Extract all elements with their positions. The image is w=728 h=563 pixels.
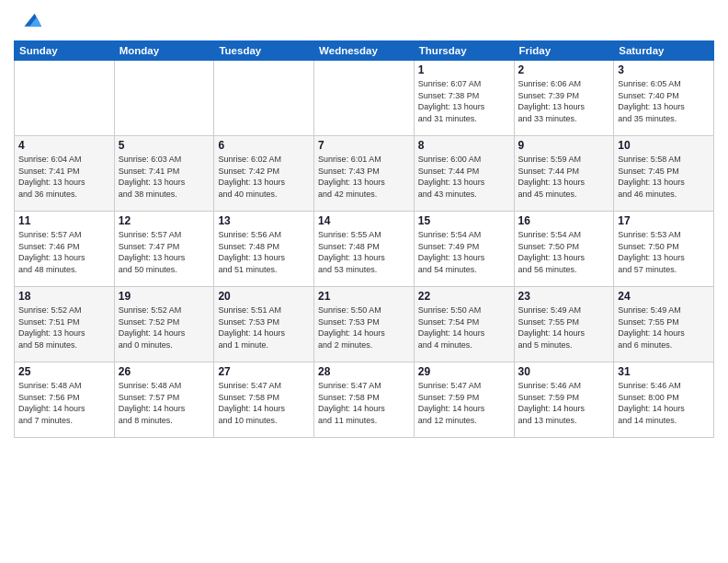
day-info: Sunrise: 6:05 AM Sunset: 7:40 PM Dayligh… bbox=[618, 78, 710, 124]
logo-icon bbox=[17, 9, 43, 35]
calendar-cell: 8Sunrise: 6:00 AM Sunset: 7:44 PM Daylig… bbox=[414, 136, 514, 212]
day-info: Sunrise: 5:50 AM Sunset: 7:54 PM Dayligh… bbox=[418, 304, 510, 350]
day-number: 3 bbox=[618, 63, 710, 76]
day-number: 30 bbox=[518, 365, 610, 378]
day-number: 2 bbox=[518, 63, 610, 76]
day-number: 13 bbox=[218, 214, 310, 227]
calendar-cell: 15Sunrise: 5:54 AM Sunset: 7:49 PM Dayli… bbox=[414, 212, 514, 287]
calendar-cell: 12Sunrise: 5:57 AM Sunset: 7:47 PM Dayli… bbox=[114, 212, 214, 287]
weekday-header-tuesday: Tuesday bbox=[214, 41, 314, 61]
calendar-cell: 23Sunrise: 5:49 AM Sunset: 7:55 PM Dayli… bbox=[514, 287, 614, 362]
calendar-cell: 17Sunrise: 5:53 AM Sunset: 7:50 PM Dayli… bbox=[614, 212, 714, 287]
day-info: Sunrise: 5:54 AM Sunset: 7:49 PM Dayligh… bbox=[418, 229, 510, 275]
weekday-header-wednesday: Wednesday bbox=[314, 41, 415, 61]
day-number: 23 bbox=[518, 290, 610, 303]
day-number: 1 bbox=[418, 63, 510, 76]
day-number: 14 bbox=[318, 214, 410, 227]
day-number: 15 bbox=[418, 214, 510, 227]
calendar-cell: 2Sunrise: 6:06 AM Sunset: 7:39 PM Daylig… bbox=[514, 61, 614, 136]
day-number: 8 bbox=[418, 139, 510, 152]
calendar-cell bbox=[15, 61, 115, 136]
calendar-cell: 26Sunrise: 5:48 AM Sunset: 7:57 PM Dayli… bbox=[114, 362, 214, 438]
calendar-cell: 31Sunrise: 5:46 AM Sunset: 8:00 PM Dayli… bbox=[614, 362, 714, 438]
calendar-cell bbox=[214, 61, 314, 136]
day-info: Sunrise: 5:47 AM Sunset: 7:59 PM Dayligh… bbox=[418, 380, 510, 426]
day-number: 19 bbox=[119, 290, 210, 303]
calendar-row-4: 18Sunrise: 5:52 AM Sunset: 7:51 PM Dayli… bbox=[15, 287, 714, 362]
day-info: Sunrise: 5:57 AM Sunset: 7:47 PM Dayligh… bbox=[119, 229, 210, 275]
day-info: Sunrise: 5:47 AM Sunset: 7:58 PM Dayligh… bbox=[318, 380, 410, 426]
calendar-cell: 16Sunrise: 5:54 AM Sunset: 7:50 PM Dayli… bbox=[514, 212, 614, 287]
day-number: 22 bbox=[418, 290, 510, 303]
calendar-cell: 27Sunrise: 5:47 AM Sunset: 7:58 PM Dayli… bbox=[214, 362, 314, 438]
calendar-cell: 30Sunrise: 5:46 AM Sunset: 7:59 PM Dayli… bbox=[514, 362, 614, 438]
calendar-cell: 24Sunrise: 5:49 AM Sunset: 7:55 PM Dayli… bbox=[614, 287, 714, 362]
day-info: Sunrise: 5:59 AM Sunset: 7:44 PM Dayligh… bbox=[518, 154, 610, 200]
calendar-cell: 25Sunrise: 5:48 AM Sunset: 7:56 PM Dayli… bbox=[15, 362, 115, 438]
day-info: Sunrise: 5:52 AM Sunset: 7:52 PM Dayligh… bbox=[119, 304, 210, 350]
page-container: SundayMondayTuesdayWednesdayThursdayFrid… bbox=[0, 0, 728, 563]
day-number: 31 bbox=[618, 365, 710, 378]
calendar-table: SundayMondayTuesdayWednesdayThursdayFrid… bbox=[14, 40, 714, 438]
day-info: Sunrise: 5:54 AM Sunset: 7:50 PM Dayligh… bbox=[518, 229, 610, 275]
day-info: Sunrise: 6:01 AM Sunset: 7:43 PM Dayligh… bbox=[318, 154, 410, 200]
day-info: Sunrise: 5:55 AM Sunset: 7:48 PM Dayligh… bbox=[318, 229, 410, 275]
day-number: 27 bbox=[218, 365, 310, 378]
calendar-cell: 19Sunrise: 5:52 AM Sunset: 7:52 PM Dayli… bbox=[114, 287, 214, 362]
day-number: 20 bbox=[218, 290, 310, 303]
calendar-row-1: 1Sunrise: 6:07 AM Sunset: 7:38 PM Daylig… bbox=[15, 61, 714, 136]
day-number: 12 bbox=[119, 214, 210, 227]
day-info: Sunrise: 5:50 AM Sunset: 7:53 PM Dayligh… bbox=[318, 304, 410, 350]
day-info: Sunrise: 6:06 AM Sunset: 7:39 PM Dayligh… bbox=[518, 78, 610, 124]
calendar-cell: 21Sunrise: 5:50 AM Sunset: 7:53 PM Dayli… bbox=[314, 287, 415, 362]
day-info: Sunrise: 5:49 AM Sunset: 7:55 PM Dayligh… bbox=[618, 304, 710, 350]
day-number: 7 bbox=[318, 139, 410, 152]
day-info: Sunrise: 5:56 AM Sunset: 7:48 PM Dayligh… bbox=[218, 229, 310, 275]
day-info: Sunrise: 5:47 AM Sunset: 7:58 PM Dayligh… bbox=[218, 380, 310, 426]
day-number: 21 bbox=[318, 290, 410, 303]
weekday-header-row: SundayMondayTuesdayWednesdayThursdayFrid… bbox=[15, 41, 714, 61]
day-info: Sunrise: 5:57 AM Sunset: 7:46 PM Dayligh… bbox=[18, 229, 110, 275]
weekday-header-monday: Monday bbox=[114, 41, 214, 61]
calendar-cell: 5Sunrise: 6:03 AM Sunset: 7:41 PM Daylig… bbox=[114, 136, 214, 212]
weekday-header-friday: Friday bbox=[514, 41, 614, 61]
page-header bbox=[14, 9, 714, 35]
day-number: 5 bbox=[119, 139, 210, 152]
day-info: Sunrise: 6:02 AM Sunset: 7:42 PM Dayligh… bbox=[218, 154, 310, 200]
day-number: 26 bbox=[119, 365, 210, 378]
day-info: Sunrise: 6:03 AM Sunset: 7:41 PM Dayligh… bbox=[119, 154, 210, 200]
weekday-header-saturday: Saturday bbox=[614, 41, 714, 61]
calendar-cell: 3Sunrise: 6:05 AM Sunset: 7:40 PM Daylig… bbox=[614, 61, 714, 136]
calendar-cell bbox=[114, 61, 214, 136]
day-number: 18 bbox=[18, 290, 110, 303]
day-number: 24 bbox=[618, 290, 710, 303]
calendar-cell: 14Sunrise: 5:55 AM Sunset: 7:48 PM Dayli… bbox=[314, 212, 415, 287]
day-number: 4 bbox=[18, 139, 110, 152]
day-info: Sunrise: 6:00 AM Sunset: 7:44 PM Dayligh… bbox=[418, 154, 510, 200]
calendar-cell: 28Sunrise: 5:47 AM Sunset: 7:58 PM Dayli… bbox=[314, 362, 415, 438]
day-info: Sunrise: 5:51 AM Sunset: 7:53 PM Dayligh… bbox=[218, 304, 310, 350]
calendar-row-5: 25Sunrise: 5:48 AM Sunset: 7:56 PM Dayli… bbox=[15, 362, 714, 438]
day-number: 28 bbox=[318, 365, 410, 378]
weekday-header-sunday: Sunday bbox=[15, 41, 115, 61]
calendar-cell: 4Sunrise: 6:04 AM Sunset: 7:41 PM Daylig… bbox=[15, 136, 115, 212]
day-info: Sunrise: 6:07 AM Sunset: 7:38 PM Dayligh… bbox=[418, 78, 510, 124]
day-info: Sunrise: 5:58 AM Sunset: 7:45 PM Dayligh… bbox=[618, 154, 710, 200]
calendar-cell: 10Sunrise: 5:58 AM Sunset: 7:45 PM Dayli… bbox=[614, 136, 714, 212]
logo bbox=[14, 9, 43, 35]
calendar-cell: 1Sunrise: 6:07 AM Sunset: 7:38 PM Daylig… bbox=[414, 61, 514, 136]
day-number: 9 bbox=[518, 139, 610, 152]
day-info: Sunrise: 5:52 AM Sunset: 7:51 PM Dayligh… bbox=[18, 304, 110, 350]
day-number: 17 bbox=[618, 214, 710, 227]
day-info: Sunrise: 5:53 AM Sunset: 7:50 PM Dayligh… bbox=[618, 229, 710, 275]
calendar-cell bbox=[314, 61, 415, 136]
calendar-cell: 18Sunrise: 5:52 AM Sunset: 7:51 PM Dayli… bbox=[15, 287, 115, 362]
day-info: Sunrise: 5:46 AM Sunset: 7:59 PM Dayligh… bbox=[518, 380, 610, 426]
day-number: 25 bbox=[18, 365, 110, 378]
weekday-header-thursday: Thursday bbox=[414, 41, 514, 61]
day-number: 29 bbox=[418, 365, 510, 378]
day-number: 11 bbox=[18, 214, 110, 227]
calendar-cell: 20Sunrise: 5:51 AM Sunset: 7:53 PM Dayli… bbox=[214, 287, 314, 362]
calendar-cell: 22Sunrise: 5:50 AM Sunset: 7:54 PM Dayli… bbox=[414, 287, 514, 362]
calendar-row-2: 4Sunrise: 6:04 AM Sunset: 7:41 PM Daylig… bbox=[15, 136, 714, 212]
